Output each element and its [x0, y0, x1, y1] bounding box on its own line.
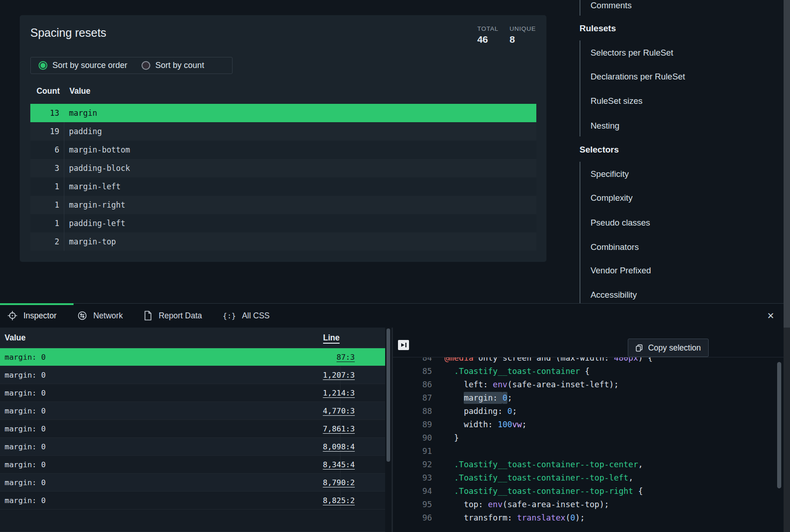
line-link[interactable]: 8,825:2 [323, 496, 355, 505]
sidebar-item-comments[interactable]: Comments [591, 0, 631, 11]
table-row: margin: 087:3 [0, 348, 385, 366]
code-scrollbar[interactable] [777, 362, 781, 488]
close-panel-button[interactable]: ✕ [764, 309, 777, 322]
sidebar-item-vendor-prefixed[interactable]: Vendor Prefixed [591, 266, 651, 276]
table-row[interactable]: 1padding-left [30, 214, 536, 232]
value-line-body: margin: 087:3margin: 01,207:3margin: 01,… [0, 348, 385, 532]
radio-label: Sort by source order [52, 61, 127, 70]
code-token [444, 393, 464, 402]
value-cell: margin-right [64, 200, 125, 209]
table-row [0, 509, 385, 532]
table-row[interactable]: 19padding [30, 122, 536, 141]
table-row[interactable]: 3padding-block [30, 159, 536, 177]
sidebar-item-pseudo-classes[interactable]: Pseudo classes [591, 218, 650, 228]
code-line: 87 margin: 0; [393, 391, 512, 404]
spacing-resets-card: Spacing resets TOTAL46UNIQUE8 Sort by so… [20, 15, 546, 262]
code-token: translatex [517, 513, 565, 522]
count-column-header: Count [30, 86, 64, 96]
sidebar-item-selectors-per-ruleset[interactable]: Selectors per RuleSet [591, 48, 673, 58]
line-number: 88 [393, 407, 432, 416]
expand-panel-button[interactable] [398, 340, 409, 350]
sidebar-item-combinators[interactable]: Combinators [591, 242, 639, 252]
code-token: padding: [444, 407, 507, 416]
line-number: 89 [393, 420, 432, 429]
line-link[interactable]: 87:3 [336, 353, 355, 362]
copy-selection-button[interactable]: Copy selection [628, 339, 709, 357]
value-cell: margin-left [64, 182, 121, 191]
code-token: width: [444, 420, 498, 429]
tab-network[interactable]: Network [77, 311, 123, 321]
value-column-header: Value [0, 333, 26, 343]
code-token: transform: [444, 513, 517, 522]
code-token: margin: [464, 392, 502, 404]
spacing-table: Count Value 13margin19padding6margin-bot… [30, 86, 536, 251]
tab-inspector[interactable]: Inspector [7, 311, 57, 321]
sort-option-sort-by-count[interactable]: Sort by count [142, 61, 204, 70]
sidebar-item-ruleset-sizes[interactable]: RuleSet sizes [591, 96, 642, 106]
sidebar-item-accessibility[interactable]: Accessibility [591, 290, 637, 300]
code-token: (safe-area-inset-left); [507, 380, 619, 389]
code-text: .Toastify__toast-container { [444, 367, 590, 376]
code-text: left: env(safe-area-inset-left); [444, 380, 619, 389]
line-link[interactable]: 8,345:4 [323, 460, 355, 469]
tab-label: Report Data [159, 311, 202, 321]
line-link[interactable]: 4,770:3 [323, 407, 355, 415]
code-text: .Toastify__toast-container--top-center, [444, 460, 643, 469]
table-row[interactable]: 1margin-right [30, 196, 536, 214]
code-viewer: Copy selection 84@media only screen and … [393, 328, 784, 532]
value-cell: margin: 0 [0, 424, 45, 433]
line-link[interactable]: 1,214:3 [323, 389, 355, 397]
tab-label: Inspector [23, 311, 57, 321]
table-row[interactable]: 1margin-left [30, 177, 536, 196]
tabs: InspectorNetworkReport Data{:}All CSS [0, 311, 270, 321]
tab-label: All CSS [242, 311, 269, 321]
sort-option-sort-by-source-order[interactable]: Sort by source order [39, 61, 127, 70]
code-token: 0 [507, 407, 512, 416]
sidebar-item-nesting[interactable]: Nesting [591, 121, 619, 131]
table-row[interactable]: 6margin-bottom [30, 141, 536, 159]
code-token: ; [507, 393, 512, 402]
network-icon [77, 311, 87, 321]
code-line: 95 top: env(safe-area-inset-top); [393, 498, 609, 511]
code-line: 96 transform: translatex(0); [393, 511, 585, 524]
stat-label: TOTAL [477, 25, 498, 32]
table-row[interactable]: 2margin-top [30, 232, 536, 251]
tab-report-data[interactable]: Report Data [143, 311, 202, 321]
code-token: env [488, 500, 503, 509]
code-token: ; [512, 407, 517, 416]
code-text: .Toastify__toast-container--top-left, [444, 473, 633, 482]
table-row[interactable]: 13margin [30, 104, 536, 122]
tab-all-css[interactable]: {:}All CSS [223, 311, 270, 321]
code-token: } [444, 433, 459, 442]
line-number: 91 [393, 447, 432, 456]
active-tab-indicator [0, 303, 74, 305]
radio-unselected-icon[interactable] [142, 61, 150, 70]
table-row: margin: 07,861:3 [0, 420, 385, 438]
code-line: 88 padding: 0; [393, 404, 517, 418]
radio-selected-icon[interactable] [39, 61, 47, 70]
line-link[interactable]: 8,098:4 [323, 442, 355, 451]
line-link[interactable]: 1,207:3 [323, 371, 355, 379]
line-number: 94 [393, 487, 432, 496]
line-column-header[interactable]: Line [323, 333, 340, 343]
line-link[interactable]: 7,861:3 [323, 424, 355, 433]
value-cell: margin: 0 [0, 371, 45, 379]
code-line: 94 .Toastify__toast-container--top-right… [393, 484, 643, 498]
count-cell: 19 [30, 122, 64, 141]
sidebar-heading-selectors: Selectors [580, 145, 619, 155]
page-scrollbar-thumb[interactable] [784, 0, 790, 328]
line-number: 96 [393, 513, 432, 522]
sidebar-item-declarations-per-ruleset[interactable]: Declarations per RuleSet [591, 72, 685, 82]
page-scrollbar-track[interactable] [784, 0, 790, 532]
code-token: only screen and (max-width: [473, 357, 614, 362]
code-text: margin: 0; [444, 393, 512, 402]
code-text: } [444, 433, 459, 442]
sidebar-item-complexity[interactable]: Complexity [591, 193, 633, 203]
left-table-scrollbar[interactable] [386, 328, 390, 462]
code-line: 90 } [393, 431, 459, 444]
sidebar-item-specificity[interactable]: Specificity [591, 169, 629, 179]
line-link[interactable]: 8,790:2 [323, 478, 355, 487]
sidebar-heading-rulesets: Rulesets [580, 23, 616, 34]
value-cell: margin [64, 108, 97, 118]
line-number: 87 [393, 393, 432, 402]
